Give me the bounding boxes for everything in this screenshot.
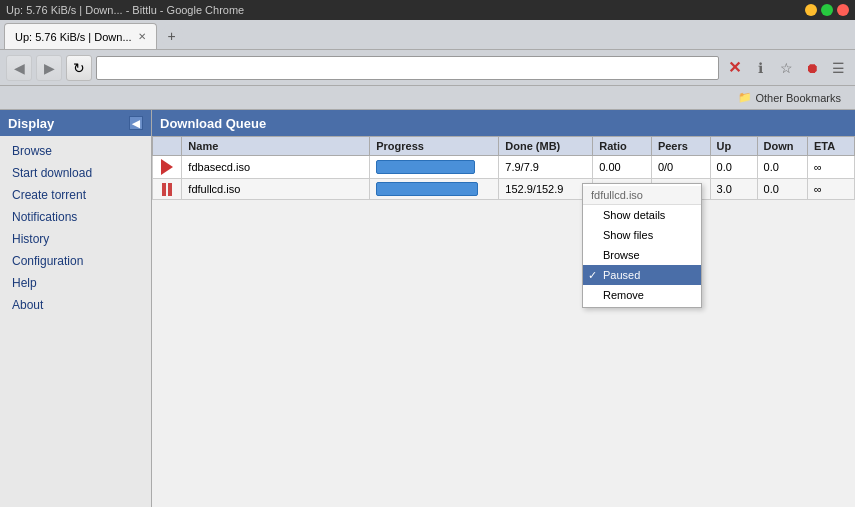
browser-toolbar: ◀ ▶ ↻ ✕ ℹ ☆ ⏺ ☰ <box>0 50 855 86</box>
back-button[interactable]: ◀ <box>6 55 32 81</box>
sidebar-title: Display <box>8 116 54 131</box>
tab-bar: Up: 5.76 KiB/s | Down... ✕ + <box>0 20 855 50</box>
star-icon[interactable]: ☆ <box>775 57 797 79</box>
col-header-ratio: Ratio <box>593 137 652 156</box>
downloading-icon <box>161 159 173 175</box>
bookmarks-label: Other Bookmarks <box>755 92 841 104</box>
sidebar-item-history[interactable]: History <box>0 228 151 250</box>
address-input[interactable] <box>96 56 719 80</box>
back-icon: ◀ <box>14 60 25 76</box>
page-content: Display ◀ Browse Start download Create t… <box>0 110 855 507</box>
row1-ratio: 0.00 <box>593 156 652 179</box>
row2-eta: ∞ <box>807 179 854 200</box>
row2-down: 0.0 <box>757 179 807 200</box>
row1-status-cell <box>153 156 182 179</box>
sidebar-item-start-download[interactable]: Start download <box>0 162 151 184</box>
sidebar-menu: Browse Start download Create torrent Not… <box>0 136 151 320</box>
toolbar-right-buttons: ✕ ℹ ☆ ⏺ ☰ <box>723 57 849 79</box>
title-bar: Up: 5.76 KiB/s | Down... - Bittlu - Goog… <box>0 0 855 20</box>
close-icon[interactable]: ✕ <box>723 57 745 79</box>
col-header-done: Done (MB) <box>499 137 593 156</box>
row1-done: 7.9/7.9 <box>499 156 593 179</box>
sidebar-item-browse[interactable]: Browse <box>0 140 151 162</box>
col-header-up: Up <box>710 137 757 156</box>
row1-peers: 0/0 <box>651 156 710 179</box>
col-header-down: Down <box>757 137 807 156</box>
main-title: Download Queue <box>160 116 266 131</box>
reload-button[interactable]: ↻ <box>66 55 92 81</box>
context-menu-show-details[interactable]: Show details <box>583 205 701 225</box>
table-container: Name Progress Done (MB) Ratio Peers Up D… <box>152 136 855 200</box>
reload-icon: ↻ <box>73 60 85 76</box>
sidebar-header: Display ◀ <box>0 110 151 136</box>
forward-button[interactable]: ▶ <box>36 55 62 81</box>
bookmarks-bar: 📁 Other Bookmarks <box>0 86 855 110</box>
col-header-peers: Peers <box>651 137 710 156</box>
col-header-eta: ETA <box>807 137 854 156</box>
context-menu-browse[interactable]: Browse <box>583 245 701 265</box>
window-controls <box>805 4 849 16</box>
sidebar-item-create-torrent[interactable]: Create torrent <box>0 184 151 206</box>
context-menu-show-files[interactable]: Show files <box>583 225 701 245</box>
sidebar-item-notifications[interactable]: Notifications <box>0 206 151 228</box>
active-tab[interactable]: Up: 5.76 KiB/s | Down... ✕ <box>4 23 157 49</box>
row1-name: fdbasecd.iso <box>182 156 370 179</box>
row1-progress-bar <box>376 160 475 174</box>
sidebar-collapse-button[interactable]: ◀ <box>129 116 143 130</box>
pause-bar-right-icon <box>168 183 172 196</box>
table-header-row: Name Progress Done (MB) Ratio Peers Up D… <box>153 137 855 156</box>
row1-up: 0.0 <box>710 156 757 179</box>
close-window-button[interactable] <box>837 4 849 16</box>
table-row[interactable]: fdbasecd.iso 7.9/7.9 0.00 0/0 0.0 0.0 ∞ <box>153 156 855 179</box>
window-title: Up: 5.76 KiB/s | Down... - Bittlu - Goog… <box>6 4 244 16</box>
main-header: Download Queue <box>152 110 855 136</box>
main-area: Download Queue Name Progress Done (MB) R… <box>152 110 855 507</box>
context-menu: fdfullcd.iso Show details Show files Bro… <box>582 183 702 308</box>
row1-progress <box>370 156 499 179</box>
row2-name: fdfullcd.iso <box>182 179 370 200</box>
col-header-name: Name <box>182 137 370 156</box>
row1-down: 0.0 <box>757 156 807 179</box>
context-menu-remove[interactable]: Remove <box>583 285 701 305</box>
record-icon[interactable]: ⏺ <box>801 57 823 79</box>
col-header-icon <box>153 137 182 156</box>
row2-done: 152.9/152.9 <box>499 179 593 200</box>
row2-up: 3.0 <box>710 179 757 200</box>
menu-icon[interactable]: ☰ <box>827 57 849 79</box>
row2-progress <box>370 179 499 200</box>
folder-icon: 📁 <box>738 91 752 104</box>
new-tab-button[interactable]: + <box>161 25 183 47</box>
col-header-progress: Progress <box>370 137 499 156</box>
pause-bar-left-icon <box>162 183 166 196</box>
tab-label: Up: 5.76 KiB/s | Down... <box>15 31 132 43</box>
other-bookmarks[interactable]: 📁 Other Bookmarks <box>732 89 847 106</box>
sidebar-item-configuration[interactable]: Configuration <box>0 250 151 272</box>
table-row[interactable]: fdfullcd.iso 152.9/152.9 0.82 0/1 3.0 0.… <box>153 179 855 200</box>
context-menu-paused[interactable]: Paused <box>583 265 701 285</box>
sidebar-item-help[interactable]: Help <box>0 272 151 294</box>
row2-status-cell <box>153 179 182 200</box>
minimize-button[interactable] <box>805 4 817 16</box>
context-menu-header: fdfullcd.iso <box>583 186 701 205</box>
forward-icon: ▶ <box>44 60 55 76</box>
sidebar: Display ◀ Browse Start download Create t… <box>0 110 152 507</box>
browser-frame: Up: 5.76 KiB/s | Down... - Bittlu - Goog… <box>0 0 855 507</box>
tab-close-button[interactable]: ✕ <box>138 31 146 42</box>
maximize-button[interactable] <box>821 4 833 16</box>
row2-progress-bar <box>376 182 478 196</box>
sidebar-item-about[interactable]: About <box>0 294 151 316</box>
download-table: Name Progress Done (MB) Ratio Peers Up D… <box>152 136 855 200</box>
row1-eta: ∞ <box>807 156 854 179</box>
info-icon[interactable]: ℹ <box>749 57 771 79</box>
